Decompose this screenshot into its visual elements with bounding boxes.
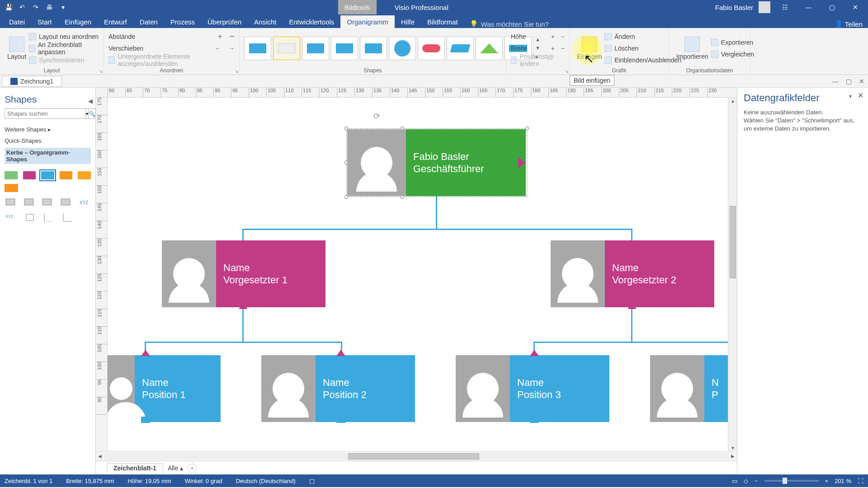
tab-entwicklertools[interactable]: Entwicklertools <box>283 15 340 28</box>
node-p2-collapse[interactable] <box>336 417 345 423</box>
scroll-left-icon[interactable]: ◀ <box>96 452 104 460</box>
shape-style-1[interactable] <box>244 37 271 60</box>
swatch-magenta[interactable] <box>23 171 36 179</box>
rpanel-dd[interactable]: ▾ <box>849 93 852 99</box>
node-ceo[interactable]: Fabio BaslerGeschäftsführer <box>347 129 526 196</box>
node-p2[interactable]: NamePosition 2 <box>261 355 415 422</box>
sel-handle-ne[interactable] <box>525 127 529 130</box>
tab-einfuegen[interactable]: Einfügen <box>58 15 98 28</box>
fit-page[interactable]: ⛶ <box>858 478 863 484</box>
zoom-in[interactable]: + <box>825 478 829 484</box>
node-p1-to-parent[interactable] <box>141 350 150 356</box>
scroll-down-icon[interactable]: ▼ <box>730 445 736 451</box>
shape-mini-1[interactable] <box>5 197 18 207</box>
exportieren-button[interactable]: Exportieren <box>711 37 754 48</box>
user-avatar[interactable] <box>759 1 770 13</box>
tab-start[interactable]: Start <box>31 15 58 28</box>
scroll-v-thumb[interactable] <box>730 206 736 278</box>
rpanel-close[interactable]: ✕ <box>858 91 863 100</box>
height-plus[interactable]: + <box>551 33 555 40</box>
shape-style-2[interactable] <box>273 37 300 60</box>
node-m2-collapse[interactable] <box>627 303 637 309</box>
page-tab-1[interactable]: Zeichenblatt-1 <box>107 463 163 473</box>
shapes-search-input[interactable] <box>5 108 86 119</box>
scroll-h-track[interactable] <box>104 453 729 460</box>
spacing-plus[interactable]: + <box>218 33 222 41</box>
shape-mini-3[interactable] <box>41 197 54 207</box>
ribbon-display-options[interactable]: ☷ <box>776 0 794 14</box>
shape-style-4[interactable] <box>331 37 358 60</box>
tab-organigramm[interactable]: Organigramm <box>340 15 395 28</box>
docwin-close[interactable]: ✕ <box>859 78 864 85</box>
rotate-handle[interactable]: ⟳ <box>373 111 380 121</box>
width-plus[interactable]: + <box>551 45 555 52</box>
height-minus[interactable]: − <box>561 33 565 40</box>
shape-style-3[interactable] <box>302 37 329 60</box>
zoom-level[interactable]: 201 % <box>835 478 851 484</box>
tab-bildformat[interactable]: Bildformat <box>421 15 464 28</box>
presentation-mode[interactable]: ▭ <box>732 478 737 484</box>
shape-style-9[interactable] <box>476 37 503 60</box>
spacing-minus[interactable]: − <box>229 31 235 42</box>
status-record-icon[interactable]: ▢ <box>309 478 315 484</box>
doctab-zeichnung1[interactable]: Zeichnung1 <box>2 76 62 87</box>
width-minus[interactable]: − <box>561 45 565 52</box>
window-close[interactable]: ✕ <box>846 0 864 14</box>
shape-style-7[interactable] <box>418 37 445 60</box>
fit-to-window[interactable]: ◇ <box>744 478 748 484</box>
shape-style-5[interactable] <box>360 37 387 60</box>
shapes-search-go[interactable]: 🔍 <box>89 108 96 119</box>
node-p3-to-parent[interactable] <box>530 350 539 356</box>
relayout-button[interactable]: Layout neu anordnen <box>29 31 99 42</box>
node-m1-collapse[interactable] <box>239 303 248 309</box>
group-layout-launcher[interactable]: ↘ <box>99 69 103 74</box>
vergleichen-button[interactable]: Vergleichen <box>711 49 754 60</box>
node-p3-collapse[interactable] <box>530 417 539 423</box>
swatch-orange3[interactable] <box>5 184 18 192</box>
shape-mini-8[interactable] <box>42 212 56 223</box>
sp-weitere-shapes[interactable]: Weitere Shapes ▸ <box>5 125 91 134</box>
node-p2-to-parent[interactable] <box>336 350 345 356</box>
swatch-orange[interactable] <box>60 171 73 179</box>
tab-entwurf[interactable]: Entwurf <box>98 15 133 28</box>
contextual-tab-bildtools[interactable]: Bildtools <box>338 0 377 14</box>
share-button[interactable]: 👤Teilen <box>829 20 868 28</box>
node-ceo-collapse[interactable] <box>518 157 525 168</box>
shape-mini-7[interactable] <box>24 212 37 223</box>
shape-mini-2[interactable] <box>23 197 36 207</box>
tab-daten[interactable]: Daten <box>133 15 164 28</box>
tab-prozess[interactable]: Prozess <box>164 15 201 28</box>
page-tab-alle[interactable]: Alle ▴ <box>168 465 183 472</box>
undo-button[interactable]: ↶ <box>17 2 27 12</box>
fitpage-button[interactable]: An Zeichenblatt anpassen <box>29 43 99 54</box>
sp-quick-shapes[interactable]: Quick-Shapes <box>5 136 91 145</box>
tell-me-search[interactable]: 💡Was möchten Sie tun? <box>470 20 549 28</box>
move-right[interactable]: → <box>228 45 235 52</box>
docwin-minimize[interactable]: — <box>832 78 839 85</box>
scroll-right-icon[interactable]: ▶ <box>729 452 737 460</box>
importieren-button[interactable]: Importieren <box>674 37 711 60</box>
group-anordnen-launcher[interactable]: ↘ <box>235 69 238 74</box>
window-maximize[interactable]: ▢ <box>823 0 841 14</box>
tab-ueberpruefen[interactable]: Überprüfen <box>201 15 248 28</box>
drawing-canvas[interactable]: ⟳ Fabio BaslerGeschäftsführer <box>108 98 737 451</box>
window-minimize[interactable]: — <box>799 0 817 14</box>
node-m2[interactable]: NameVorgesetzter 2 <box>551 240 714 307</box>
node-p1[interactable]: NamePosition 1 <box>108 355 221 422</box>
shape-mini-5[interactable]: XYZ <box>78 197 91 207</box>
node-p1-collapse[interactable] <box>141 417 150 423</box>
shapes-panel-collapse[interactable]: ◀ <box>88 98 93 104</box>
shape-mini-9[interactable] <box>61 212 75 223</box>
zoom-thumb[interactable] <box>783 478 787 484</box>
tab-ansicht[interactable]: Ansicht <box>248 15 283 28</box>
sp-kerbe-org[interactable]: Kerbe – Organigramm-Shapes <box>5 148 91 164</box>
node-m1[interactable]: NameVorgesetzter 1 <box>162 240 326 307</box>
scroll-up-icon[interactable]: ▲ <box>730 98 736 104</box>
node-p3[interactable]: NamePosition 3 <box>456 355 609 422</box>
scrollbar-vertical[interactable]: ▲ ▼ <box>728 98 737 451</box>
zoom-slider[interactable] <box>764 480 819 482</box>
group-size-launcher[interactable]: ↘ <box>565 69 568 74</box>
tab-hilfe[interactable]: Hilfe <box>395 15 421 28</box>
shape-style-6[interactable] <box>389 37 416 60</box>
qat-customize[interactable]: ▾ <box>58 2 68 12</box>
